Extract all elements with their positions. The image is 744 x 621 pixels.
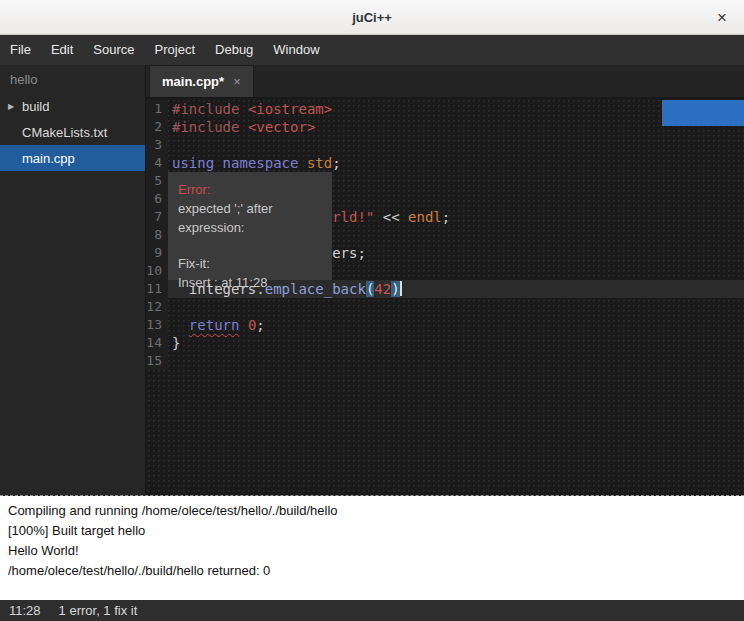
tab-main-cpp[interactable]: main.cpp* × xyxy=(149,65,254,97)
diagnostic-tooltip: Error: expected ';' after expression: Fi… xyxy=(168,172,332,280)
jucipp-window: juCi++ × FileEditSourceProjectDebugWindo… xyxy=(0,0,744,621)
code-text: #include <vector> xyxy=(168,118,744,136)
code-token: ) xyxy=(391,281,399,297)
tab-label: main.cpp* xyxy=(162,74,224,89)
code-token: namespace xyxy=(223,155,299,171)
diagnostics-summary: 1 error, 1 fix it xyxy=(59,603,138,618)
code-text: return 0; xyxy=(168,316,744,334)
editor-pane: main.cpp* × 1#include <iostream>2#includ… xyxy=(146,65,744,495)
code-text: using namespace std; xyxy=(168,154,744,172)
code-line[interactable]: 13 return 0; xyxy=(146,316,744,334)
code-text xyxy=(168,136,744,154)
line-number: 10 xyxy=(146,262,168,280)
code-token: return xyxy=(189,317,240,333)
tree-item-label: main.cpp xyxy=(22,151,75,166)
terminal-line: [100%] Built target hello xyxy=(8,521,736,541)
scrollbar-thumb[interactable] xyxy=(662,100,744,126)
terminal-line: Hello World! xyxy=(8,541,736,561)
tooltip-error-message: expected ';' after expression: xyxy=(178,199,322,237)
code-token: endl xyxy=(408,209,442,225)
menu-item-file[interactable]: File xyxy=(0,35,41,65)
menu-item-debug[interactable]: Debug xyxy=(205,35,263,65)
menu-item-project[interactable]: Project xyxy=(145,35,205,65)
line-number: 11 xyxy=(146,280,168,298)
terminal-line: /home/olece/test/hello/./build/hello ret… xyxy=(8,561,736,581)
file-tree: ▶buildCMakeLists.txtmain.cpp xyxy=(0,93,145,171)
code-line[interactable]: 15 xyxy=(146,352,744,370)
cursor-position: 11:28 xyxy=(9,603,41,618)
code-token: ; xyxy=(332,155,340,171)
code-line[interactable]: 14} xyxy=(146,334,744,352)
code-line[interactable]: 2#include <vector> xyxy=(146,118,744,136)
line-number: 13 xyxy=(146,316,168,334)
tree-item-label: CMakeLists.txt xyxy=(22,125,107,140)
titlebar: juCi++ × xyxy=(0,0,744,35)
line-number: 8 xyxy=(146,226,168,244)
code-token: << xyxy=(374,209,408,225)
code-token xyxy=(239,119,247,135)
code-token: #include xyxy=(172,119,239,135)
expander-arrow-icon[interactable]: ▶ xyxy=(8,102,22,111)
line-number: 1 xyxy=(146,100,168,118)
tree-item-cmakelists-txt[interactable]: CMakeLists.txt xyxy=(0,119,145,145)
code-token xyxy=(239,101,247,117)
line-number: 3 xyxy=(146,136,168,154)
line-number: 6 xyxy=(146,190,168,208)
line-number: 5 xyxy=(146,172,168,190)
code-token: #include xyxy=(172,101,239,117)
tooltip-fixit-message: Insert ; at 11:28 xyxy=(178,273,322,292)
line-number: 4 xyxy=(146,154,168,172)
line-number: 9 xyxy=(146,244,168,262)
tree-item-label: build xyxy=(22,99,49,114)
tree-item-build[interactable]: ▶build xyxy=(0,93,145,119)
code-token: ; xyxy=(442,209,450,225)
line-number: 7 xyxy=(146,208,168,226)
code-token xyxy=(239,317,247,333)
code-token xyxy=(298,155,306,171)
project-name: hello xyxy=(0,65,145,93)
menu-item-window[interactable]: Window xyxy=(263,35,329,65)
source-editor[interactable]: 1#include <iostream>2#include <vector>34… xyxy=(146,98,744,495)
menubar: FileEditSourceProjectDebugWindow xyxy=(0,35,744,65)
code-line[interactable]: 3 xyxy=(146,136,744,154)
line-number: 12 xyxy=(146,298,168,316)
line-number: 15 xyxy=(146,352,168,370)
line-number: 2 xyxy=(146,118,168,136)
tree-item-main-cpp[interactable]: main.cpp xyxy=(0,145,145,171)
terminal-output[interactable]: Compiling and running /home/olece/test/h… xyxy=(0,496,744,600)
code-text: } xyxy=(168,334,744,352)
tabbar: main.cpp* × xyxy=(146,65,744,98)
code-token: <iostream> xyxy=(248,101,332,117)
code-text xyxy=(168,298,744,316)
code-token xyxy=(214,155,222,171)
code-token: std xyxy=(307,155,332,171)
tab-close-icon[interactable]: × xyxy=(233,74,241,89)
statusbar: 11:28 1 error, 1 fix it xyxy=(0,600,744,621)
code-token: 42 xyxy=(374,281,391,297)
text-cursor xyxy=(400,281,402,296)
sidebar: hello ▶buildCMakeLists.txtmain.cpp xyxy=(0,65,146,495)
code-token: ; xyxy=(256,317,264,333)
code-line[interactable]: 1#include <iostream> xyxy=(146,100,744,118)
window-title: juCi++ xyxy=(352,10,392,25)
code-token: <vector> xyxy=(248,119,315,135)
menu-item-edit[interactable]: Edit xyxy=(41,35,83,65)
menu-item-source[interactable]: Source xyxy=(83,35,144,65)
code-text xyxy=(168,352,744,370)
window-close-button[interactable]: × xyxy=(710,6,734,30)
line-number: 14 xyxy=(146,334,168,352)
code-text: #include <iostream> xyxy=(168,100,744,118)
code-line[interactable]: 12 xyxy=(146,298,744,316)
tooltip-error-label: Error: xyxy=(178,180,322,199)
terminal-line: Compiling and running /home/olece/test/h… xyxy=(8,501,736,521)
tooltip-fixit-label: Fix-it: xyxy=(178,254,322,273)
code-token: } xyxy=(172,335,180,351)
code-token xyxy=(172,317,189,333)
main-split: hello ▶buildCMakeLists.txtmain.cpp main.… xyxy=(0,65,744,496)
code-token: using xyxy=(172,155,214,171)
code-line[interactable]: 4using namespace std; xyxy=(146,154,744,172)
